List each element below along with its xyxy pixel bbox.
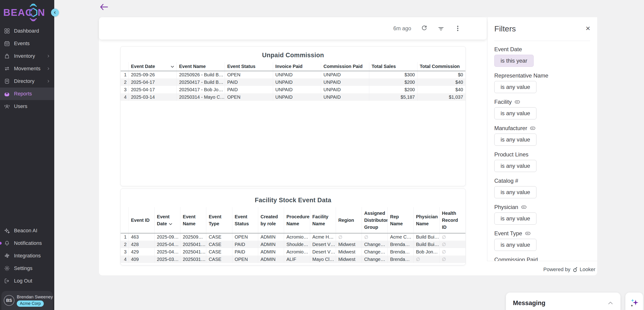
column-header-rep-name[interactable]: Rep Name <box>388 207 414 233</box>
filter-value-chip[interactable]: is any value <box>494 81 536 93</box>
column-header-invoice-paid[interactable]: Invoice Paid <box>273 62 321 71</box>
close-icon[interactable]: × <box>586 24 590 32</box>
user-card[interactable]: BS Brendan Sweeney Acme Corp <box>2 291 53 310</box>
link-icon <box>525 232 530 235</box>
table-row: 12025-09-2620250926 - Build B…OPENUNPAID… <box>120 71 466 78</box>
table-cell: UNPAID <box>273 93 321 101</box>
row-number-header <box>120 62 128 71</box>
column-header-label: Event Status <box>235 214 249 226</box>
sparkles-colored-icon <box>629 298 639 309</box>
column-header-assigned-distributor-group[interactable]: Assigned Distributor Group <box>362 207 388 233</box>
column-header-label: Facility Name <box>312 214 328 226</box>
table-cell: UNPAID <box>273 71 321 78</box>
table-cell: Midwest <box>336 248 362 256</box>
org-badge: Acme Corp <box>17 301 44 307</box>
bag-icon <box>4 53 10 59</box>
filter-value-chip[interactable]: is any value <box>494 107 536 119</box>
column-header-event-date[interactable]: Event Date <box>128 62 177 71</box>
refresh-icon[interactable] <box>420 25 428 32</box>
filter-physician: Physicianis any value <box>494 204 590 225</box>
column-header-physician-name[interactable]: Physician Name <box>414 207 439 233</box>
table-cell: UNPAID <box>321 93 369 101</box>
column-header-label: Total Commission <box>420 64 460 69</box>
table-cell: 2025-04… <box>154 248 180 256</box>
sidebar-item-inventory[interactable]: Inventory <box>0 50 54 62</box>
table-cell: OPEN <box>232 256 258 263</box>
filter-value-chip[interactable]: is any value <box>494 134 536 146</box>
tile-title: Facility Stock Event Data <box>120 189 466 204</box>
sidebar-item-label: Reports <box>14 91 32 97</box>
column-header-event-id[interactable]: Event ID <box>128 207 154 233</box>
sidebar-item-movements[interactable]: Movements <box>0 62 54 75</box>
table-cell: PAID <box>225 86 273 93</box>
table-cell: Change… <box>362 256 388 263</box>
column-header-commission-paid[interactable]: Commission Paid <box>321 62 369 71</box>
row-number: 3 <box>120 86 128 93</box>
table-cell: PAID <box>232 248 258 256</box>
filter-value-chip[interactable]: is any value <box>494 186 536 198</box>
sidebar-item-users[interactable]: Users <box>0 100 54 113</box>
sidebar-item-label: Users <box>14 103 27 109</box>
table-cell: Build Bui… <box>414 241 439 248</box>
sparkles-icon <box>4 228 10 234</box>
column-header-region[interactable]: Region <box>336 207 362 233</box>
table-row: 32025-04-1720250417 - Bob Jo…PAIDUNPAIDU… <box>120 86 466 93</box>
ai-assistant-button[interactable] <box>625 293 643 310</box>
sidebar-item-label: Dashboard <box>14 28 39 34</box>
beacon-logo: BEAC N <box>3 3 52 22</box>
column-header-health-record-id[interactable]: Health Record ID <box>440 207 466 233</box>
sidebar-item-dashboard[interactable]: Dashboard <box>0 25 54 37</box>
column-header-event-type[interactable]: Event Type <box>206 207 232 233</box>
sidebar-item-notifications[interactable]: Notifications <box>0 237 54 250</box>
back-button[interactable] <box>99 3 109 12</box>
filter-value-chip[interactable]: is this year <box>494 55 534 67</box>
main-nav: DashboardEventsInventoryMovementsDirecto… <box>0 25 54 113</box>
calendar-icon <box>4 40 10 47</box>
column-header-facility-name[interactable]: Facility Name <box>310 207 336 233</box>
sidebar-item-directory[interactable]: Directory <box>0 75 54 87</box>
table-cell: 2025-09-26 <box>128 71 177 78</box>
filter-value-chip[interactable]: is any value <box>494 213 536 225</box>
sidebar-item-events[interactable]: Events <box>0 37 54 50</box>
column-header-event-date[interactable]: Event Date <box>154 207 180 233</box>
table-cell: 202509… <box>180 233 206 241</box>
sidebar-item-reports[interactable]: Reports <box>0 87 54 100</box>
column-header-event-name[interactable]: Event Name <box>180 207 206 233</box>
table-row: 34292025-04…2025041…CASEPAIDADMINAcromio… <box>120 248 466 256</box>
filter-label: Manufacturer <box>494 125 527 131</box>
column-header-total-commission[interactable]: Total Commission <box>417 62 466 71</box>
column-header-label: Created by role <box>260 214 278 226</box>
table-cell: ∅ <box>440 241 466 248</box>
column-header-event-status[interactable]: Event Status <box>232 207 258 233</box>
table-cell: $5,187 <box>369 93 418 101</box>
column-header-event-name[interactable]: Event Name <box>177 62 225 71</box>
filter-value-chip[interactable]: is any value <box>494 239 536 251</box>
table-cell: 20250926 - Build B… <box>177 71 225 78</box>
table-cell: UNPAID <box>273 86 321 93</box>
sidebar-item-beacon-ai[interactable]: Beacon AI <box>0 224 54 237</box>
chevron-up-icon[interactable] <box>608 301 614 305</box>
sidebar-item-log-out[interactable]: Log Out <box>0 275 54 287</box>
messaging-widget[interactable]: Messaging <box>506 293 620 310</box>
more-options-icon[interactable] <box>454 25 462 32</box>
link-icon <box>514 100 520 104</box>
filter-value-chip[interactable]: is any value <box>494 160 536 172</box>
link-icon <box>530 126 536 130</box>
sidebar-item-integrations[interactable]: Integrations <box>0 250 54 262</box>
column-header-procedure-name[interactable]: Procedure Name <box>284 207 310 233</box>
table-cell: 428 <box>128 241 154 248</box>
column-header-event-status[interactable]: Event Status <box>225 62 273 71</box>
filter-label: Commission Paid <box>494 257 538 261</box>
sidebar-item-settings[interactable]: Settings <box>0 262 54 275</box>
table-cell: UNPAID <box>321 86 369 93</box>
filter-label: Physician <box>494 204 518 210</box>
table-row: 22025-04-1720250417 - Build B…PAIDUNPAID… <box>120 78 466 86</box>
sidebar-collapse-button[interactable] <box>51 8 59 16</box>
filter-icon[interactable] <box>437 25 445 32</box>
sidebar-item-label: Integrations <box>14 253 41 259</box>
column-header-created-by-role[interactable]: Created by role <box>258 207 284 233</box>
row-number-header <box>120 207 128 233</box>
column-header-total-sales[interactable]: Total Sales <box>369 62 418 71</box>
table-cell: $200 <box>369 78 418 86</box>
column-header-label: Total Sales <box>372 64 396 69</box>
